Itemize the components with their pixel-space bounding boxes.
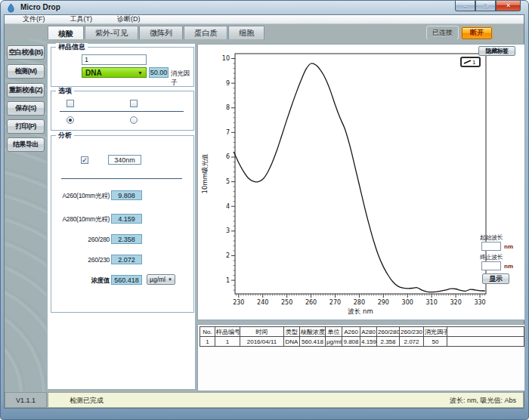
svg-text:1: 1 <box>226 277 230 284</box>
ratio-260-280-row: 260/280 2.358 <box>48 234 195 245</box>
connection-status: 已连接 <box>426 26 459 40</box>
spectrum-plot: 2302402502602702802903003103203301234567… <box>198 45 526 320</box>
status-cursor-readout: 波长: nm, 吸光值: Abs <box>450 396 516 406</box>
sample-type-select[interactable]: DNA ▼ <box>82 67 147 78</box>
ratio-260-230-value: 2.072 <box>111 255 142 264</box>
extinction-factor-value: 50.00 <box>149 67 169 78</box>
svg-text:270: 270 <box>329 299 341 306</box>
option-checkbox-1[interactable] <box>67 100 74 107</box>
show-button[interactable]: 显示 <box>482 273 509 284</box>
status-message: 检测已完成 <box>70 396 104 406</box>
sample-info-title: 样品信息 <box>56 43 88 51</box>
a280-value: 4.159 <box>111 214 142 224</box>
cell-0-7: 4.159 <box>360 337 377 347</box>
recalibrate-button[interactable]: 重新校准(Z) <box>7 83 45 97</box>
ratio-260-280-label: 260/280 <box>48 236 110 243</box>
col-header-1: 样品编号 <box>215 327 240 337</box>
minimize-icon[interactable]: – <box>455 1 475 11</box>
analysis-divider <box>61 178 182 179</box>
tab-protein[interactable]: 蛋白质 <box>184 26 227 40</box>
svg-text:230: 230 <box>233 299 244 306</box>
a260-row: A260(10mm光程) 9.808 <box>48 190 195 201</box>
col-header-7: A280 <box>360 327 377 337</box>
col-header-9: 260/230 <box>400 327 424 337</box>
tab-strip: 核酸 紫外-可见 微阵列 蛋白质 细胞 已连接 断开 <box>5 24 524 39</box>
plot-legend: 1 <box>460 57 481 67</box>
menu-bar: 文件(F) 工具(T) 诊断(D) <box>5 15 524 24</box>
sample-id-input[interactable]: 1 <box>82 54 147 65</box>
svg-text:10: 10 <box>222 55 230 62</box>
concentration-unit-value: µg/ml <box>150 276 166 283</box>
cell-0-8: 2.358 <box>377 337 400 347</box>
col-header-8: 260/280 <box>377 327 400 337</box>
app-icon <box>6 3 16 13</box>
a260-label: A260(10mm光程) <box>48 192 110 201</box>
svg-text:9: 9 <box>226 80 230 87</box>
col-header-3: 类型 <box>284 327 300 337</box>
measure-button[interactable]: 检测(M) <box>7 64 45 79</box>
option-radio-2[interactable] <box>130 116 138 124</box>
result-table: No.样品编号时间类型核酸浓度单位A260A280260/280260/230消… <box>200 326 524 347</box>
svg-text:290: 290 <box>378 299 389 306</box>
svg-text:7: 7 <box>226 129 230 136</box>
option-checkbox-2[interactable] <box>130 100 138 107</box>
main-area: 空白校准(B) 检测(M) 重新校准(Z) 保存(S) 打印(P) 结果导出 样… <box>5 39 524 392</box>
end-wavelength-input[interactable] <box>481 261 501 270</box>
status-bar: V1.1.1 检测已完成 波长: nm, 吸光值: Abs <box>5 392 524 408</box>
cell-0-3: DNA <box>284 337 300 347</box>
chevron-down-icon: ▼ <box>168 277 172 282</box>
tab-microarray[interactable]: 微阵列 <box>139 26 183 40</box>
table-row[interactable]: 112016/04/11DNA560.418µg/ml9.8084.1592.3… <box>200 337 524 347</box>
title-bar[interactable]: Micro Drop – ❐ ✕ <box>1 1 528 14</box>
result-table-panel: No.样品编号时间类型核酸浓度单位A260A280260/280260/230消… <box>197 324 525 391</box>
baseline-wavelength-input[interactable]: 340nm <box>108 155 141 165</box>
cell-0-5: µg/ml <box>326 337 342 347</box>
start-wavelength-label: 起始波长 <box>480 233 503 242</box>
cell-0-10: 50 <box>424 337 447 347</box>
export-results-button[interactable]: 结果导出 <box>7 137 45 152</box>
a280-row: A280(10mm光程) 4.159 <box>48 214 195 224</box>
print-button[interactable]: 打印(P) <box>7 119 45 134</box>
parameter-panel: 样品信息 1 DNA ▼ 50.00 消光因子 选项 <box>47 43 196 390</box>
svg-text:5: 5 <box>226 178 230 185</box>
client-frame: 文件(F) 工具(T) 诊断(D) 核酸 紫外-可见 微阵列 蛋白质 细胞 已连… <box>4 14 524 409</box>
cell-0-0: 1 <box>200 337 215 347</box>
start-wavelength-input[interactable] <box>481 242 501 251</box>
tab-uv-vis[interactable]: 紫外-可见 <box>85 26 138 40</box>
sidebar: 空白校准(B) 检测(M) 重新校准(Z) 保存(S) 打印(P) 结果导出 <box>5 39 47 392</box>
baseline-checkbox[interactable]: ✓ <box>81 156 88 164</box>
a260-value: 9.808 <box>111 190 142 200</box>
svg-text:波长 nm: 波长 nm <box>348 307 373 315</box>
end-nm-unit: nm <box>504 263 513 270</box>
close-icon[interactable]: ✕ <box>496 1 521 11</box>
svg-text:300: 300 <box>402 299 413 306</box>
menu-diagnostics[interactable]: 诊断(D) <box>108 14 150 24</box>
app-window: Micro Drop – ❐ ✕ 文件(F) 工具(T) 诊断(D) 核酸 紫外… <box>0 0 529 420</box>
col-header-2: 时间 <box>240 327 284 337</box>
menu-tools[interactable]: 工具(T) <box>61 14 102 24</box>
col-header-5: 单位 <box>326 327 342 337</box>
start-nm-unit: nm <box>504 243 513 250</box>
cell-0-9: 2.072 <box>400 337 424 347</box>
end-wavelength-label: 终止波长 <box>480 253 503 261</box>
col-header-0: No. <box>200 327 215 337</box>
save-button[interactable]: 保存(S) <box>7 101 45 116</box>
svg-text:2: 2 <box>226 252 230 259</box>
option-radio-1[interactable] <box>67 116 74 124</box>
svg-text:330: 330 <box>474 299 485 306</box>
sample-type-value: DNA <box>85 69 102 77</box>
maximize-icon[interactable]: ❐ <box>475 1 496 11</box>
disconnect-button[interactable]: 断开 <box>462 27 492 39</box>
menu-file[interactable]: 文件(F) <box>14 14 54 24</box>
col-header-6: A260 <box>342 327 360 337</box>
ratio-260-230-label: 260/230 <box>48 256 110 264</box>
spectrum-curve <box>234 63 484 292</box>
chevron-down-icon: ▼ <box>138 70 143 76</box>
svg-text:8: 8 <box>226 104 230 111</box>
tab-cell[interactable]: 细胞 <box>228 26 264 40</box>
blank-calibration-button[interactable]: 空白校准(B) <box>7 45 45 60</box>
concentration-unit-select[interactable]: µg/ml ▼ <box>147 274 175 285</box>
hide-labels-button[interactable]: 隐藏标签 <box>478 46 515 56</box>
ratio-260-230-row: 260/230 2.072 <box>48 255 195 265</box>
tab-nucleic-acid[interactable]: 核酸 <box>48 26 84 41</box>
